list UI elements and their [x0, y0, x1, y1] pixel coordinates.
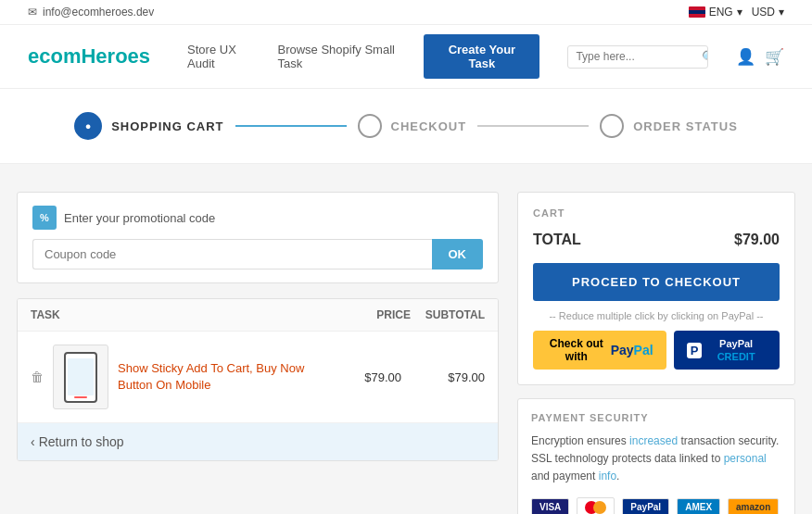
step-label-1: SHOPPING CART — [111, 119, 223, 133]
email-address: info@ecomheroes.dev — [43, 6, 154, 19]
logo[interactable]: ecomHeroes — [28, 44, 150, 69]
top-bar-controls: ENG ▾ USD ▾ — [689, 6, 784, 19]
paypal-options: Check out with PayPal P PayPal CREDIT — [533, 331, 780, 370]
step-checkout[interactable]: CHECKOUT — [358, 114, 467, 138]
delete-item-button[interactable]: 🗑 — [31, 370, 44, 384]
cart-table: TASK PRICE SUBTOTAL 🗑 Show Sticky Add To… — [17, 298, 499, 461]
promo-label: Enter your promotional code — [64, 211, 215, 225]
phone-screen — [68, 358, 94, 395]
paypal-logo: PayPal — [611, 343, 653, 357]
return-arrow-icon: ‹ — [31, 434, 35, 449]
payment-icons-row: VISA PayPal AMEX amazon — [531, 497, 781, 514]
paypal-btn-text: Check out with — [546, 337, 607, 363]
cart-summary-title: CART — [533, 207, 780, 219]
visa-icon: VISA — [531, 498, 569, 514]
lang-chevron-icon: ▾ — [737, 6, 742, 19]
flag-icon — [689, 6, 705, 18]
step-order-status[interactable]: ORDER STATUS — [600, 114, 738, 138]
cart-summary: CART TOTAL $79.00 PROCEED TO CHECKOUT --… — [517, 192, 795, 385]
paypal-credit-label: PayPal CREDIT — [705, 337, 767, 363]
item-info: Show Sticky Add To Cart, Buy Now Button … — [118, 360, 327, 394]
table-row: 🗑 Show Sticky Add To Cart, Buy Now Butto… — [18, 332, 498, 423]
col-price-header: PRICE — [346, 308, 411, 321]
paypal-payment-icon: PayPal — [622, 498, 669, 514]
logo-part2: Heroes — [81, 44, 150, 68]
payment-security-box: PAYMENT SECURITY Encryption ensures incr… — [517, 398, 795, 514]
item-title[interactable]: Show Sticky Add To Cart, Buy Now Button … — [118, 360, 327, 394]
browse-shopify-link[interactable]: Browse Shopify Small Task — [277, 43, 400, 70]
step-circle-2 — [358, 114, 382, 138]
step-line-1 — [235, 125, 347, 127]
security-text: Encryption ensures increased transaction… — [531, 433, 781, 486]
total-value: $79.00 — [734, 232, 780, 248]
currency-label: USD — [752, 6, 775, 19]
promo-header: % Enter your promotional code — [32, 206, 483, 230]
phone-preview-icon — [64, 352, 97, 403]
search-icon[interactable]: 🔍 — [702, 50, 708, 64]
main-content: % Enter your promotional code OK TASK PR… — [7, 192, 805, 514]
step-shopping-cart[interactable]: ● SHOPPING CART — [74, 112, 223, 140]
nav-icons: 👤 🛒 — [736, 47, 784, 67]
promo-box: % Enter your promotional code OK — [17, 192, 499, 283]
top-bar: ✉ info@ecomheroes.dev ENG ▾ USD ▾ — [0, 0, 812, 25]
step-label-2: CHECKOUT — [391, 119, 467, 133]
total-label: TOTAL — [533, 232, 581, 248]
mastercard-icon — [577, 497, 615, 514]
security-link-personal[interactable]: personal — [724, 452, 767, 465]
item-thumbnail — [53, 345, 108, 409]
progress-steps: ● SHOPPING CART CHECKOUT ORDER STATUS — [0, 89, 812, 164]
nav-links: Store UX Audit Browse Shopify Small Task… — [187, 34, 539, 79]
item-subtotal: $79.00 — [411, 370, 485, 384]
security-link-increased[interactable]: increased — [629, 434, 678, 447]
email-icon: ✉ — [28, 6, 37, 19]
col-task-header: TASK — [31, 308, 346, 321]
right-panel: CART TOTAL $79.00 PROCEED TO CHECKOUT --… — [517, 192, 795, 514]
security-link-info[interactable]: info — [599, 470, 616, 483]
amazon-icon: amazon — [728, 498, 779, 514]
navbar: ecomHeroes Store UX Audit Browse Shopify… — [0, 25, 812, 89]
user-icon[interactable]: 👤 — [736, 47, 755, 67]
step-circle-3 — [600, 114, 624, 138]
security-title: PAYMENT SECURITY — [531, 412, 781, 423]
top-bar-email: ✉ info@ecomheroes.dev — [28, 6, 154, 19]
step-line-2 — [477, 125, 589, 127]
amex-icon: AMEX — [677, 498, 720, 514]
logo-part1: ecom — [28, 44, 81, 68]
language-selector[interactable]: ENG ▾ — [689, 6, 742, 19]
paypal-divider: -- Reduce multiple click by clicking on … — [533, 310, 780, 321]
proceed-to-checkout-button[interactable]: PROCEED TO CHECKOUT — [533, 263, 780, 301]
cart-total-row: TOTAL $79.00 — [533, 232, 780, 248]
left-panel: % Enter your promotional code OK TASK PR… — [17, 192, 499, 514]
promo-input-row: OK — [32, 239, 483, 270]
step-circle-1: ● — [74, 112, 102, 140]
coupon-input[interactable] — [32, 239, 432, 270]
create-task-button[interactable]: Create Your Task — [424, 34, 539, 79]
paypal-credit-p-icon: P — [687, 343, 703, 358]
language-label: ENG — [709, 6, 733, 19]
store-ux-audit-link[interactable]: Store UX Audit — [187, 43, 254, 70]
col-subtotal-header: SUBTOTAL — [411, 308, 485, 321]
coupon-apply-button[interactable]: OK — [432, 239, 484, 270]
search-input[interactable] — [576, 50, 696, 63]
return-label: Return to shop — [39, 434, 124, 449]
cart-table-header: TASK PRICE SUBTOTAL — [18, 299, 498, 332]
currency-chevron-icon: ▾ — [779, 6, 784, 19]
cart-icon[interactable]: 🛒 — [765, 47, 784, 67]
currency-selector[interactable]: USD ▾ — [752, 6, 784, 19]
promo-icon: % — [32, 206, 57, 230]
paypal-credit-button[interactable]: P PayPal CREDIT — [674, 331, 780, 370]
phone-btn-bar — [74, 396, 87, 398]
item-price: $79.00 — [336, 370, 401, 384]
paypal-checkout-button[interactable]: Check out with PayPal — [533, 331, 666, 370]
step-label-3: ORDER STATUS — [633, 119, 738, 133]
search-bar[interactable]: 🔍 — [567, 45, 708, 69]
return-to-shop-link[interactable]: ‹ Return to shop — [18, 423, 498, 460]
